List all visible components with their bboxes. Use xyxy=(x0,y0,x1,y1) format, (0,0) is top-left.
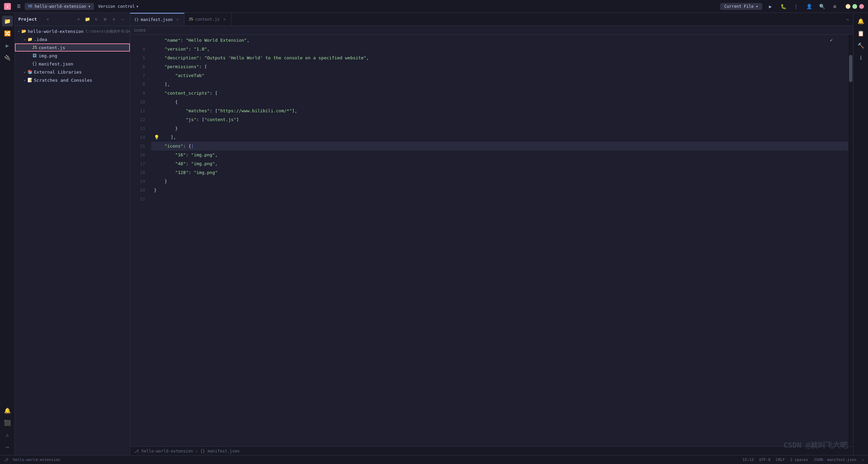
scratches-icon: 📝 xyxy=(27,77,33,83)
manifest-label: manifest.json xyxy=(39,61,73,66)
code-editor[interactable]: 4 5 6 7 8 9 10 11 12 13 14 15 16 17 18 1… xyxy=(130,35,848,446)
project-dropdown-icon: ▾ xyxy=(88,4,91,9)
tree-item-idea[interactable]: ▸ 📁 .idea xyxy=(15,35,130,43)
run-dropdown-icon: ▾ xyxy=(756,4,758,9)
breadcrumb-text: icons xyxy=(134,28,146,33)
file-panel: Project ▾ + 📁 ⇱ ⚙ ✕ — ▾ 📂 hello-world-ex… xyxy=(15,13,130,455)
ext-libs-icon: 📚 xyxy=(27,69,33,75)
status-line-ending[interactable]: CRLF xyxy=(776,458,785,462)
code-line-17: "48": "img.png", xyxy=(151,159,848,168)
scratches-expand-icon: ▸ xyxy=(22,78,27,82)
version-control-button[interactable]: Version control ▾ xyxy=(95,3,141,10)
tab-content-label: content.js xyxy=(195,17,219,22)
file-panel-actions: + 📁 ⇱ ⚙ ✕ — xyxy=(75,16,126,23)
project-name-button[interactable]: HE hello-world-extension ▾ xyxy=(25,3,94,10)
maximize-button[interactable] xyxy=(852,4,857,9)
tree-item-content-js[interactable]: JS content.js xyxy=(15,43,130,52)
vc-label: Version control xyxy=(98,4,135,9)
root-expand-icon: ▾ xyxy=(16,29,21,34)
code-line-14: 💡 ], xyxy=(151,133,848,142)
settings-panel-button[interactable]: ⚙ xyxy=(101,16,109,23)
minimize-panel-button[interactable]: — xyxy=(119,16,126,23)
collapse-all-button[interactable]: ⇱ xyxy=(93,16,100,23)
tab-more-button[interactable]: ⋯ xyxy=(842,13,853,26)
right-sidebar-build[interactable]: 🔨 xyxy=(855,40,866,51)
main-layout: 📁 🔀 ▶ 🔌 🔔 ⬛ ⚠ ⋯ Project ▾ + 📁 ⇱ ⚙ ✕ — xyxy=(0,13,868,455)
sidebar-icon-notifications[interactable]: 🔔 xyxy=(2,405,13,416)
run-button[interactable]: Current File ▾ xyxy=(720,3,762,10)
tab-manifest-close[interactable]: ✕ xyxy=(175,17,180,22)
code-line-10: { xyxy=(151,98,848,107)
status-warning[interactable]: ⚠ xyxy=(862,458,864,462)
code-line-18: "128": "img.png" xyxy=(151,168,848,177)
close-button[interactable] xyxy=(859,4,864,9)
sidebar-icon-run-debug[interactable]: ▶ xyxy=(2,40,13,51)
bottom-branch-icon: ⎇ xyxy=(134,449,139,453)
sidebar-icon-terminal[interactable]: ⬛ xyxy=(2,417,13,428)
right-sidebar-notifications[interactable]: 🔔 xyxy=(855,16,866,26)
bottom-file-label: {} manifest.json xyxy=(200,449,240,453)
sidebar-icon-git[interactable]: 🔀 xyxy=(2,28,13,39)
tab-bar: {} manifest.json ✕ JS content.js ✕ ⋯ xyxy=(130,13,853,26)
ext-libs-expand-icon: ▸ xyxy=(22,70,27,74)
tab-content-close[interactable]: ✕ xyxy=(222,17,227,22)
play-button[interactable]: ▶ xyxy=(766,2,775,11)
code-line-15: "icons": {| xyxy=(151,142,848,151)
more-actions-button[interactable]: ⋮ xyxy=(791,2,801,11)
close-panel-button[interactable]: ✕ xyxy=(110,16,118,23)
status-branch[interactable]: ⎇ hello-world-extension xyxy=(4,458,60,462)
code-line-20: } xyxy=(151,186,848,195)
debug-button[interactable]: 🐛 xyxy=(778,2,788,11)
idea-label: .idea xyxy=(34,37,47,42)
status-indent[interactable]: 2 spaces xyxy=(790,458,808,462)
code-line-top: "name": "Hello World Extension", xyxy=(151,36,848,45)
tab-manifest-json[interactable]: {} manifest.json ✕ xyxy=(130,13,184,25)
file-panel-title: Project xyxy=(18,17,45,22)
js-file-icon: JS xyxy=(32,45,37,50)
status-encoding[interactable]: UTF-8 xyxy=(759,458,770,462)
tree-item-img-png[interactable]: 🖼 img.png xyxy=(15,52,130,60)
status-right: 15:13 UTF-8 CRLF 2 spaces JSON: manifest… xyxy=(743,458,864,462)
tab-content-js[interactable]: JS content.js ✕ xyxy=(184,13,232,25)
scrollbar-thumb[interactable] xyxy=(849,55,852,82)
code-line-9: "content_scripts": [ xyxy=(151,89,848,98)
code-line-5: "description": "Outputs 'Hello World' to… xyxy=(151,54,848,62)
right-sidebar-git[interactable]: 📋 xyxy=(855,28,866,39)
new-file-button[interactable]: + xyxy=(75,16,82,23)
sidebar-icon-problems[interactable]: ⚠ xyxy=(2,429,13,440)
code-line-19: } xyxy=(151,177,848,186)
validation-checkmark: ✓ xyxy=(830,37,833,43)
tree-item-root[interactable]: ▾ 📂 hello-world-extension C:\Users\合格的牛马… xyxy=(15,27,130,35)
settings-button[interactable]: ⚙ xyxy=(830,2,840,11)
tab-json-icon: {} xyxy=(134,17,139,22)
tree-item-manifest-json[interactable]: {} manifest.json xyxy=(15,60,130,68)
code-line-7: "activeTab" xyxy=(151,71,848,80)
tree-item-scratches[interactable]: ▸ 📝 Scratches and Consoles xyxy=(15,76,130,84)
code-line-13: } xyxy=(151,124,848,133)
editor-scrollbar[interactable] xyxy=(848,35,853,446)
minimize-button[interactable] xyxy=(846,4,850,9)
menu-bar: ☰ HE hello-world-extension ▾ Version con… xyxy=(14,3,141,10)
code-line-4: "version": "1.0", xyxy=(151,45,848,54)
sidebar-icon-more[interactable]: ⋯ xyxy=(2,442,13,452)
tree-item-external-libs[interactable]: ▸ 📚 External Libraries xyxy=(15,68,130,76)
menu-item-hamburger[interactable]: ☰ xyxy=(14,3,23,10)
sidebar-icon-plugins[interactable]: 🔌 xyxy=(2,52,13,63)
search-button[interactable]: 🔍 xyxy=(817,2,827,11)
tab-manifest-label: manifest.json xyxy=(141,17,173,22)
status-position[interactable]: 15:13 xyxy=(743,458,754,462)
app-logo: J xyxy=(4,3,11,10)
window-controls xyxy=(846,4,864,9)
profile-button[interactable]: 👤 xyxy=(804,2,814,11)
new-folder-button[interactable]: 📁 xyxy=(84,16,91,23)
status-left: ⎇ hello-world-extension xyxy=(4,458,60,462)
status-file-type[interactable]: JSON: manifest.json xyxy=(814,458,856,462)
code-line-6: "permissions": [ xyxy=(151,62,848,71)
title-bar: J ☰ HE hello-world-extension ▾ Version c… xyxy=(0,0,868,13)
code-line-16: "16": "img.png", xyxy=(151,151,848,159)
editor-area: {} manifest.json ✕ JS content.js ✕ ⋯ ico… xyxy=(130,13,853,455)
sidebar-icon-project[interactable]: 📁 xyxy=(2,16,13,26)
right-sidebar-info[interactable]: ℹ xyxy=(855,52,866,63)
right-sidebar: 🔔 📋 🔨 ℹ xyxy=(853,13,868,455)
svg-text:J: J xyxy=(6,5,8,8)
